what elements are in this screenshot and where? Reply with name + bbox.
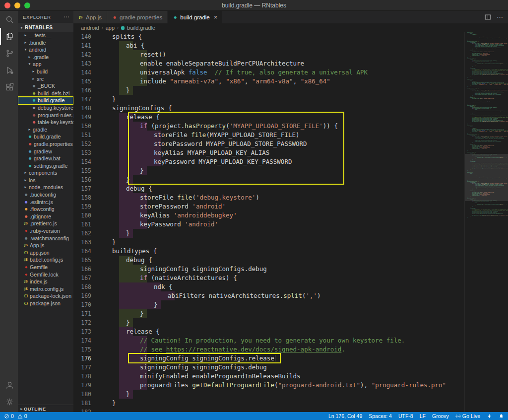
code-line-144[interactable]: 144universalApk false // If true, also g… xyxy=(73,68,464,77)
tree-item-_BUCK[interactable]: ●_BUCK xyxy=(18,82,73,90)
tree-item-App.js[interactable]: JSApp.js xyxy=(18,242,73,249)
tree-item-debug.keystore[interactable]: ●debug.keystore xyxy=(18,104,73,112)
extensions-button[interactable] xyxy=(0,78,18,95)
code-line-151[interactable]: 151storeFile file(MYAPP_UPLOAD_STORE_FIL… xyxy=(73,131,464,140)
code-line-175[interactable]: 175// see https://reactnative.dev/docs/s… xyxy=(73,345,464,354)
code-line-165[interactable]: 165debug { xyxy=(73,256,464,265)
encoding-setting[interactable]: UTF-8 xyxy=(398,413,413,419)
minimap[interactable]: splits {abi {reset()enable enableSeparat… xyxy=(464,32,508,412)
explorer-more-actions-icon[interactable]: ⋯ xyxy=(63,13,69,20)
tree-item-package-lock.json[interactable]: {}package-lock.json xyxy=(18,292,73,300)
code-line-182[interactable]: 182 xyxy=(73,408,464,412)
tree-item-src[interactable]: ▸src xyxy=(18,75,73,83)
code-line-162[interactable]: 162} xyxy=(73,229,464,238)
code-line-169[interactable]: 169abiFilters nativeArchitectures.split(… xyxy=(73,291,464,300)
code-line-181[interactable]: 181} xyxy=(73,399,464,408)
code-line-160[interactable]: 160keyAlias 'androiddebugkey' xyxy=(73,211,464,220)
breadcrumb-item-app[interactable]: app xyxy=(106,25,115,31)
code-line-176[interactable]: 176signingConfig signingConfigs.release xyxy=(73,354,464,363)
tree-item-.gradle[interactable]: ▸.gradle xyxy=(18,54,73,61)
tree-item-gradle[interactable]: ▸gradle xyxy=(18,126,73,134)
tree-item-gradlew[interactable]: ●gradlew xyxy=(18,148,73,155)
code-line-180[interactable]: 180} xyxy=(73,390,464,399)
code-line-140[interactable]: 140splits { xyxy=(73,32,464,41)
code-line-178[interactable]: 178minifyEnabled enableProguardInRelease… xyxy=(73,372,464,381)
code-line-167[interactable]: 167if (nativeArchitectures) { xyxy=(73,274,464,282)
settings-button[interactable] xyxy=(0,393,18,410)
code-line-177[interactable]: 177signingConfig signingConfigs.debug xyxy=(73,363,464,372)
tree-item-__tests__[interactable]: ▸__tests__ xyxy=(18,32,73,39)
code-line-153[interactable]: 153keyAlias MYAPP_UPLOAD_KEY_ALIAS xyxy=(73,148,464,157)
code-line-163[interactable]: 163} xyxy=(73,238,464,247)
tree-item-settings.gradle[interactable]: ●settings.gradle xyxy=(18,162,73,170)
tree-item-components[interactable]: ▸components xyxy=(18,169,73,177)
search-button[interactable] xyxy=(0,11,18,28)
breadcrumb-item-android[interactable]: android xyxy=(81,25,99,31)
close-window-button[interactable] xyxy=(4,2,10,8)
tree-item-build_defs.bzl[interactable]: ●build_defs.bzl xyxy=(18,90,73,97)
indentation-setting[interactable]: Spaces: 4 xyxy=(369,413,392,419)
code-line-150[interactable]: 150if (project.hasProperty('MYAPP_UPLOAD… xyxy=(73,122,464,131)
code-line-149[interactable]: 149release { xyxy=(73,113,464,122)
code-line-164[interactable]: 164buildTypes { xyxy=(73,247,464,256)
tab-build.gradle[interactable]: ●build.gradle× xyxy=(168,11,223,23)
tree-item-table-key.keystore[interactable]: ●table-key.keystore xyxy=(18,119,73,126)
code-line-159[interactable]: 159storePassword 'android' xyxy=(73,202,464,211)
code-line-142[interactable]: 142reset() xyxy=(73,50,464,59)
problems-indicator[interactable]: 0 0 xyxy=(4,413,27,419)
code-line-147[interactable]: 147} xyxy=(73,95,464,104)
tree-item-.flowconfig[interactable]: ●.flowconfig xyxy=(18,206,73,213)
notifications-button[interactable] xyxy=(499,414,504,419)
maximize-window-button[interactable] xyxy=(24,2,30,8)
tree-item-build[interactable]: ▸build xyxy=(18,68,73,75)
eol-setting[interactable]: LF xyxy=(420,413,426,419)
go-live-button[interactable]: Go Live xyxy=(455,413,480,419)
outline-section[interactable]: ▸ OUTLINE xyxy=(18,405,73,412)
account-button[interactable] xyxy=(0,376,18,393)
code-line-174[interactable]: 174// Caution! In production, you need t… xyxy=(73,336,464,345)
code-line-157[interactable]: 157debug { xyxy=(73,184,464,193)
tree-item-index.js[interactable]: JSindex.js xyxy=(18,278,73,285)
code-line-179[interactable]: 179proguardFiles getDefaultProguardFile(… xyxy=(73,381,464,390)
code-line-172[interactable]: 172} xyxy=(73,318,464,327)
explorer-button[interactable] xyxy=(0,28,18,45)
tree-item-build.gradle[interactable]: ●build.gradle xyxy=(18,133,73,140)
code-line-171[interactable]: 171} xyxy=(73,309,464,318)
minimize-window-button[interactable] xyxy=(14,2,20,8)
tree-item-node_modules[interactable]: ▸node_modules xyxy=(18,184,73,191)
tree-item-app.json[interactable]: {}app.json xyxy=(18,249,73,257)
breadcrumb-item-file[interactable]: build.gradle xyxy=(127,25,155,31)
code-line-173[interactable]: 173release { xyxy=(73,327,464,336)
code-line-152[interactable]: 152storePassword MYAPP_UPLOAD_STORE_PASS… xyxy=(73,140,464,148)
tree-item-metro.config.js[interactable]: JSmetro.config.js xyxy=(18,285,73,293)
tree-item-.bundle[interactable]: ▸.bundle xyxy=(18,39,73,47)
code-line-143[interactable]: 143enable enableSeparateBuildPerCPUArchi… xyxy=(73,59,464,68)
tree-item-.eslintrc.js[interactable]: ●.eslintrc.js xyxy=(18,199,73,206)
tree-item-.gitignore[interactable]: ●.gitignore xyxy=(18,213,73,220)
code-line-148[interactable]: 148signingConfigs { xyxy=(73,104,464,113)
tree-item-.buckconfig[interactable]: ●.buckconfig xyxy=(18,191,73,199)
run-debug-button[interactable] xyxy=(0,62,18,78)
tree-item-gradlew.bat[interactable]: ●gradlew.bat xyxy=(18,155,73,162)
code-line-161[interactable]: 161keyPassword 'android' xyxy=(73,220,464,229)
minimap-slider[interactable] xyxy=(465,154,508,201)
tab-App.js[interactable]: JSApp.js xyxy=(73,11,107,23)
code-line-166[interactable]: 166signingConfig signingConfigs.debug xyxy=(73,265,464,274)
language-mode[interactable]: Groovy xyxy=(432,413,449,419)
code-line-158[interactable]: 158storeFile file('debug.keystore') xyxy=(73,193,464,202)
tree-item-package.json[interactable]: {}package.json xyxy=(18,300,73,307)
code-line-156[interactable]: 156} xyxy=(73,175,464,184)
split-editor-icon[interactable] xyxy=(484,13,492,21)
code-line-168[interactable]: 168ndk { xyxy=(73,282,464,291)
tab-gradle.properties[interactable]: ●gradle.properties xyxy=(107,11,168,23)
project-root-row[interactable]: ▾ RNTABLES xyxy=(18,23,73,32)
code-line-155[interactable]: 155} xyxy=(73,166,464,175)
tree-item-proguard-rules.pro[interactable]: ●proguard-rules.pro xyxy=(18,112,73,119)
code-line-154[interactable]: 154keyPassword MYAPP_UPLOAD_KEY_PASSWORD xyxy=(73,157,464,166)
tree-item-.watchmanconfig[interactable]: ●.watchmanconfig xyxy=(18,235,73,242)
code-line-141[interactable]: 141abi { xyxy=(73,41,464,50)
tree-item-Gemfile.lock[interactable]: ◆Gemfile.lock xyxy=(18,271,73,279)
code-line-146[interactable]: 146} xyxy=(73,86,464,95)
tree-item-app[interactable]: ▾app xyxy=(18,61,73,68)
source-control-button[interactable] xyxy=(0,45,18,62)
